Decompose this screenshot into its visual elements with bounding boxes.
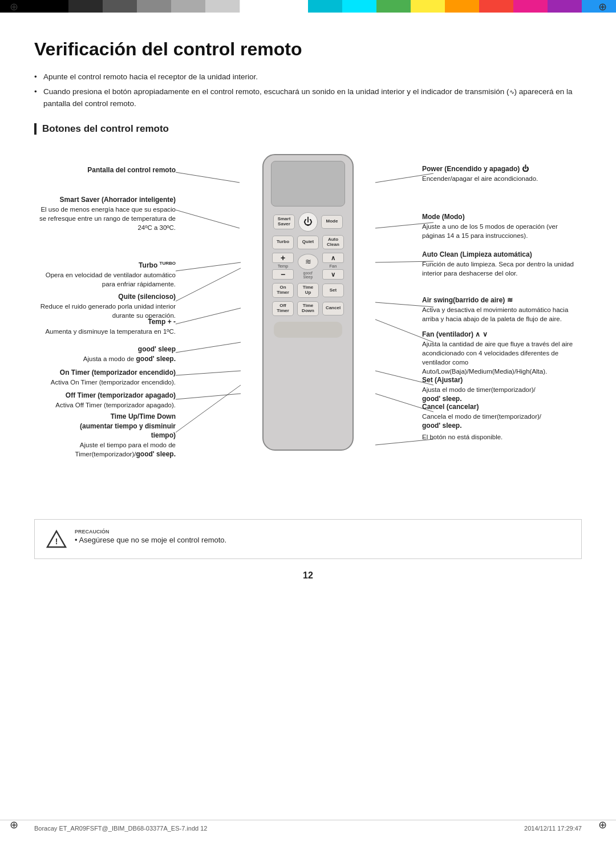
annotation-good-sleep: good' sleep Ajusta a modo de good' sleep… bbox=[34, 345, 176, 364]
smart-saver-button[interactable]: Smart Saver bbox=[273, 214, 295, 229]
turbo-button[interactable]: Turbo bbox=[272, 236, 294, 249]
annotation-turbo: Turbo TURBO Opera en velocidad de ventil… bbox=[34, 260, 176, 289]
air-swing-group: ≋ good'sleep bbox=[296, 254, 320, 279]
svg-line-4 bbox=[176, 308, 241, 324]
color-bar-magenta bbox=[513, 0, 548, 13]
svg-line-0 bbox=[176, 172, 240, 183]
off-timer-button[interactable]: Off Timer bbox=[272, 301, 294, 316]
reg-mark-topleft: ⊕ bbox=[8, 1, 19, 13]
on-timer-button[interactable]: On Timer bbox=[272, 283, 294, 298]
svg-line-5 bbox=[176, 342, 241, 353]
svg-line-2 bbox=[176, 262, 241, 271]
annotation-temp: Temp + - Aumenta y disminuye la temperat… bbox=[34, 317, 176, 336]
color-bar-white bbox=[240, 0, 309, 13]
annotation-auto-clean: Auto Clean (Limpieza automática) Función… bbox=[422, 250, 582, 278]
svg-line-6 bbox=[176, 371, 241, 375]
svg-line-1 bbox=[176, 210, 240, 228]
color-bar-red bbox=[479, 0, 513, 13]
remote-row-1: Smart Saver ⏻ Mode bbox=[268, 212, 348, 232]
intro-bullets: Apunte el control remoto hacia el recept… bbox=[34, 71, 582, 110]
mode-button[interactable]: Mode bbox=[321, 215, 343, 229]
annotation-smart-saver: Smart Saver (Ahorrador inteligente) El u… bbox=[34, 195, 176, 232]
bullet-2: Cuando presiona el botón apropiadamente … bbox=[34, 86, 582, 110]
svg-line-3 bbox=[176, 268, 241, 301]
main-content: Verificación del control remoto Apunte e… bbox=[0, 16, 616, 604]
time-down-button[interactable]: Time Down bbox=[297, 301, 319, 316]
svg-line-8 bbox=[176, 385, 241, 432]
color-bar-orange bbox=[445, 0, 479, 13]
remote-control: Smart Saver ⏻ Mode Turbo Quiet bbox=[262, 154, 354, 451]
color-bar-purple bbox=[548, 0, 582, 13]
svg-line-7 bbox=[176, 394, 241, 399]
footer-right: 2014/12/11 17:29:47 bbox=[524, 825, 582, 832]
notice-content: PRECAUCIÓN • Asegúrese que no se moje el… bbox=[75, 529, 226, 544]
annotation-off-timer: Off Timer (temporizador apagado) Activa … bbox=[34, 391, 176, 410]
remote-row-3: + Temp − ≋ good'sleep ∧ Fan ∨ bbox=[268, 253, 348, 280]
temp-group: + Temp − bbox=[272, 253, 294, 280]
color-bar-lightgray bbox=[171, 0, 205, 13]
color-bar-gray bbox=[103, 0, 137, 13]
footer: Boracay ET_AR09FSFT@_IBIM_DB68-03377A_ES… bbox=[0, 820, 616, 832]
remote-row-2: Turbo Quiet Auto Clean bbox=[268, 235, 348, 250]
page-title: Verificación del control remoto bbox=[34, 39, 582, 60]
color-bar-lightcyan bbox=[342, 0, 376, 13]
fan-up-button[interactable]: ∧ bbox=[322, 253, 344, 263]
bullet-1: Apunte el control remoto hacia el recept… bbox=[34, 71, 582, 83]
quiet-button[interactable]: Quiet bbox=[297, 236, 319, 249]
remote-row-5: Off Timer Time Down Cancel bbox=[268, 301, 348, 316]
temp-label: Temp bbox=[278, 264, 288, 269]
annotation-pantalla: Pantalla del control remoto bbox=[34, 165, 176, 175]
annotation-cancel: Cancel (cancelar) Cancela el modo de tim… bbox=[422, 402, 582, 431]
top-color-bars bbox=[0, 0, 616, 13]
annotation-quite: Quite (silencioso) Reduce el ruido gener… bbox=[34, 292, 176, 320]
annotation-on-timer: On Timer (temporizador encendido) Activa… bbox=[34, 368, 176, 387]
annotation-set: Set (Ajustar) Ajusta el modo de timer(te… bbox=[422, 375, 582, 404]
cancel-button[interactable]: Cancel bbox=[322, 302, 344, 315]
remote-row-4: On Timer Time Up Set bbox=[268, 283, 348, 298]
good-sleep-label: good'sleep bbox=[303, 271, 313, 279]
annotation-fan: Fan (ventilador) ∧ ∨ Ajusta la cantidad … bbox=[422, 330, 582, 376]
fan-down-button[interactable]: ∨ bbox=[322, 269, 344, 280]
annotation-unavailable: El botón no está disponible. bbox=[422, 432, 582, 442]
power-button[interactable]: ⏻ bbox=[298, 212, 318, 232]
annotation-power: Power (Encendido y apagado) ⏻ Encender/a… bbox=[422, 164, 582, 183]
annotation-mode: Mode (Modo) Ajuste a uno de los 5 modos … bbox=[422, 212, 582, 240]
color-bar-darkgray bbox=[68, 0, 103, 13]
color-bar-yellow bbox=[411, 0, 445, 13]
notice-box: ! PRECAUCIÓN • Asegúrese que no se moje … bbox=[34, 519, 582, 559]
annotation-time-updown: Time Up/Time Down(aumentar tiempo y dism… bbox=[34, 412, 176, 459]
svg-text:!: ! bbox=[55, 537, 58, 546]
color-bar-cyan bbox=[308, 0, 342, 13]
reg-mark-topright: ⊕ bbox=[597, 1, 608, 13]
footer-left: Boracay ET_AR09FSFT@_IBIM_DB68-03377A_ES… bbox=[34, 825, 207, 832]
fan-group: ∧ Fan ∨ bbox=[322, 253, 344, 280]
fan-label: Fan bbox=[330, 264, 337, 269]
precaucion-icon: ! bbox=[46, 529, 67, 549]
section-heading: Botones del control remoto bbox=[34, 123, 582, 135]
temp-plus-button[interactable]: + bbox=[272, 253, 294, 263]
color-bar-green bbox=[376, 0, 411, 13]
auto-clean-button[interactable]: Auto Clean bbox=[322, 235, 344, 250]
set-button[interactable]: Set bbox=[322, 284, 344, 297]
color-bar-silver bbox=[205, 0, 240, 13]
diagram-area: Smart Saver ⏻ Mode Turbo Quiet bbox=[34, 148, 582, 502]
page-number: 12 bbox=[34, 570, 582, 581]
precaucion-label: PRECAUCIÓN bbox=[75, 529, 226, 535]
remote-bottom-spacer bbox=[274, 322, 342, 338]
notice-text: • Asegúrese que no se moje el control re… bbox=[75, 536, 226, 544]
air-swing-button[interactable]: ≋ bbox=[298, 254, 318, 270]
color-bar-midgray bbox=[137, 0, 171, 13]
time-up-button[interactable]: Time Up bbox=[297, 283, 319, 298]
annotation-air-swing: Air swing(barrido de aire) ≋ Activa y de… bbox=[422, 295, 582, 323]
remote-screen bbox=[271, 161, 345, 207]
temp-minus-button[interactable]: − bbox=[272, 269, 294, 280]
warning-triangle-icon: ! bbox=[46, 529, 67, 549]
